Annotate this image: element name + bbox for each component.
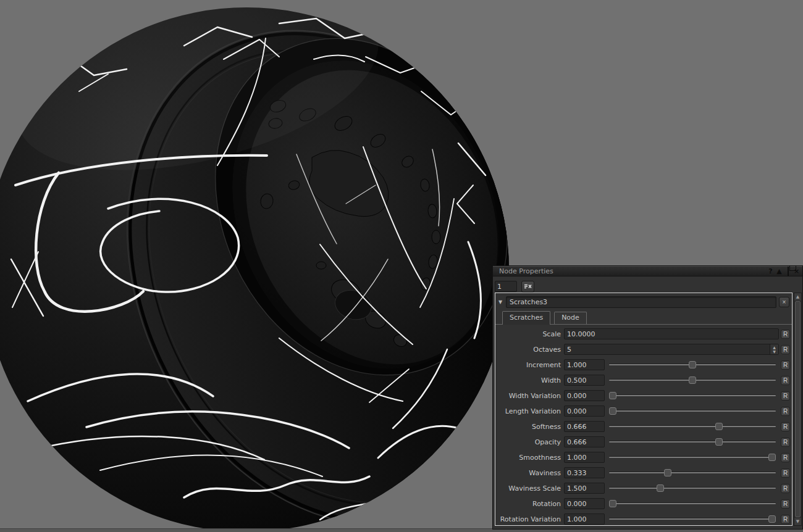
param-slider[interactable] [609, 513, 776, 525]
param-row: Waviness ScaleR [495, 483, 790, 494]
slider-track[interactable] [609, 518, 776, 520]
slider-track[interactable] [609, 503, 776, 504]
tab-bar: ScratchesNode [495, 310, 792, 325]
close-panel-button[interactable]: × [779, 297, 789, 307]
param-slider[interactable] [609, 452, 776, 463]
reset-button[interactable]: R [781, 391, 790, 401]
slider-handle[interactable] [609, 407, 616, 415]
slider-track[interactable] [609, 472, 776, 473]
maximize-icon[interactable] [784, 267, 792, 275]
param-value-input[interactable] [564, 452, 605, 463]
slider-handle[interactable] [609, 500, 616, 507]
param-slider[interactable] [609, 390, 776, 401]
slider-handle[interactable] [609, 392, 616, 399]
close-all-icon [524, 283, 532, 289]
param-row: Rotation VariationR [495, 513, 790, 525]
slider-handle[interactable] [715, 423, 723, 430]
param-value-input[interactable] [564, 498, 605, 509]
param-slider[interactable] [609, 359, 776, 370]
node-name-input[interactable] [506, 296, 776, 308]
param-slider[interactable] [609, 405, 776, 417]
param-slider[interactable] [609, 436, 776, 447]
param-slider[interactable] [609, 498, 776, 509]
scroll-up-icon[interactable]: ▲ [794, 293, 801, 301]
collapse-icon[interactable]: ▼ [497, 299, 503, 305]
param-row: WavinessR [495, 467, 790, 478]
slider-track[interactable] [609, 488, 776, 489]
scroll-thumb[interactable] [795, 301, 801, 517]
param-label: Increment [495, 361, 564, 369]
param-value-input[interactable] [564, 513, 605, 525]
param-label: Softness [495, 423, 564, 431]
slider-handle[interactable] [657, 484, 664, 492]
reset-button[interactable]: R [781, 407, 790, 416]
reset-button[interactable]: R [781, 345, 790, 354]
param-value-input[interactable] [564, 359, 605, 370]
param-value-input[interactable] [564, 483, 605, 494]
param-value-input[interactable] [564, 375, 605, 386]
help-icon[interactable]: ? [767, 267, 775, 275]
slider-track[interactable] [609, 410, 776, 412]
slider-track[interactable] [609, 426, 776, 427]
reset-button[interactable]: R [781, 438, 790, 447]
node-panel-scratches3: ▼ × ScratchesNode ScaleROctaves▲▼RIncrem… [495, 293, 792, 526]
reset-button[interactable]: R [781, 515, 790, 524]
close-all-panels-button[interactable] [521, 281, 534, 293]
slider-handle[interactable] [768, 454, 776, 461]
param-label: Scale [495, 330, 564, 338]
param-value-input[interactable] [564, 344, 779, 355]
tab-node[interactable]: Node [554, 312, 587, 324]
slider-handle[interactable] [715, 438, 723, 446]
reset-button[interactable]: R [781, 376, 790, 385]
float-panel-icon[interactable]: ▲ [775, 267, 783, 275]
param-slider[interactable] [609, 483, 776, 494]
param-row: OpacityR [495, 436, 790, 447]
param-label: Width [495, 376, 564, 384]
reset-button[interactable]: R [781, 453, 790, 462]
reset-button[interactable]: R [781, 484, 790, 493]
param-row: SoftnessR [495, 421, 790, 432]
param-label: Rotation Variation [495, 515, 564, 523]
param-row: IncrementR [495, 359, 790, 370]
window-title: Node Properties [499, 267, 767, 276]
slider-track[interactable] [609, 457, 776, 458]
param-value-input[interactable] [564, 436, 605, 447]
scroll-down-icon[interactable]: ▼ [794, 518, 801, 525]
value-spinner[interactable]: ▲▼ [770, 344, 778, 354]
param-value-input[interactable] [564, 405, 605, 417]
param-slider[interactable] [609, 467, 776, 478]
panel-scrollbar[interactable]: ▲ ▼ [794, 293, 802, 526]
reset-button[interactable]: R [781, 360, 790, 370]
reset-button[interactable]: R [781, 330, 790, 339]
param-slider[interactable] [609, 421, 776, 432]
param-value-input[interactable] [564, 328, 779, 339]
param-label: Waviness Scale [495, 484, 564, 493]
param-slider[interactable] [609, 375, 776, 386]
slider-handle[interactable] [768, 515, 776, 523]
reset-button[interactable]: R [781, 422, 790, 431]
restore-glyph [788, 267, 789, 276]
param-row: WidthR [495, 375, 790, 386]
tab-scratches[interactable]: Scratches [502, 311, 550, 325]
slider-handle[interactable] [664, 469, 671, 476]
reset-button[interactable]: R [781, 468, 790, 478]
param-value-input[interactable] [564, 467, 605, 478]
spinner-down-icon[interactable]: ▼ [773, 349, 776, 354]
param-row: ScaleR [495, 328, 790, 339]
slider-track[interactable] [609, 441, 776, 443]
slider-handle[interactable] [689, 376, 696, 384]
param-value-input[interactable] [564, 390, 605, 401]
reset-button[interactable]: R [781, 499, 790, 509]
max-panels-input[interactable] [495, 281, 517, 292]
spinner-up-icon[interactable]: ▲ [773, 345, 776, 349]
param-row: Width VariationR [495, 390, 790, 401]
slider-handle[interactable] [689, 361, 696, 368]
window-titlebar[interactable]: Node Properties ? ▲ × [493, 266, 802, 276]
param-label: Width Variation [495, 392, 564, 400]
param-value-input[interactable] [564, 421, 605, 432]
node-properties-window: Node Properties ? ▲ × ▼ × [492, 265, 803, 530]
param-rows: ScaleROctaves▲▼RIncrementRWidthRWidth Va… [495, 325, 792, 525]
slider-track[interactable] [609, 395, 776, 396]
titlebar-icons: ? ▲ × [767, 267, 801, 275]
param-row: RotationR [495, 498, 790, 509]
